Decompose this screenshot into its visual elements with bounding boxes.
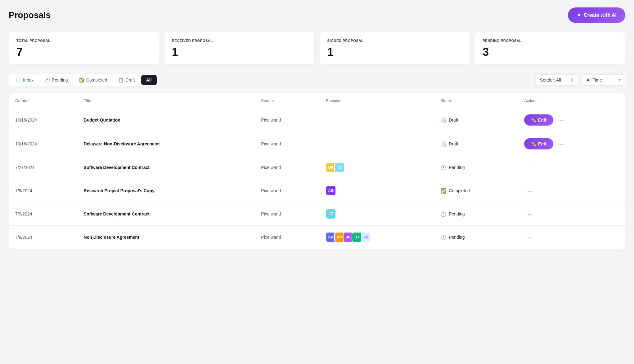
cell-status: 🗒️ Draft xyxy=(434,108,518,132)
stat-card: TOTAL PROPOSAL 7 xyxy=(9,32,159,64)
more-options-button[interactable]: ··· xyxy=(524,163,533,172)
more-options-button[interactable]: ··· xyxy=(556,139,565,149)
more-options-button[interactable]: ··· xyxy=(524,209,533,219)
avatar: DT xyxy=(352,232,362,242)
tab-inbox[interactable]: 📄Inbox xyxy=(11,75,38,85)
tab-label: Pending xyxy=(52,78,68,82)
status-text: Draft xyxy=(449,141,458,146)
tab-label: Completed xyxy=(86,78,107,82)
tab-pending[interactable]: 🕐Pending xyxy=(40,75,73,85)
cell-status: 🗒️ Draft xyxy=(434,132,518,156)
cell-title: Research Project Proposal's Copy xyxy=(78,179,255,202)
cell-status: 🕐 Pending xyxy=(434,226,518,249)
stat-value: 7 xyxy=(16,46,151,59)
stat-label: PENDING PROPOSAL xyxy=(483,39,618,42)
cell-recipients: CT xyxy=(319,202,434,226)
tab-group: 📄Inbox🕐Pending✅Completed📋DraftAll xyxy=(9,73,159,87)
cell-date: 7/27/2024 xyxy=(9,156,78,179)
draft-icon: 📋 xyxy=(118,78,124,82)
stat-label: TOTAL PROPOSAL xyxy=(16,39,151,42)
table-row: 7/8/2024Non Disclosure AgreementPixelwan… xyxy=(9,226,625,249)
edit-pencil-icon: ✏️ xyxy=(531,118,536,122)
cell-date: 7/9/2024 xyxy=(9,202,78,226)
cell-sender: Pixelwand xyxy=(255,202,319,226)
more-options-button[interactable]: ··· xyxy=(524,186,533,196)
pending-clock-icon: 🕐 xyxy=(440,234,447,240)
cell-sender: Pixelwand xyxy=(255,108,319,132)
cell-title: Software Development Contract xyxy=(78,156,255,179)
cell-actions: ··· xyxy=(518,179,625,202)
status-text: Draft xyxy=(449,118,458,122)
avatar-more: +6 xyxy=(361,232,371,242)
more-options-button[interactable]: ··· xyxy=(524,233,533,242)
avatar: AG xyxy=(326,185,336,196)
pending-clock-icon: 🕐 xyxy=(440,165,447,171)
col-header-created: Created xyxy=(9,93,78,108)
col-header-actions: Actions xyxy=(518,93,625,108)
page-header: Proposals ✦ Create with AI xyxy=(9,7,625,23)
table-row: 10/16/2024Budget QuotationPixelwand 🗒️ D… xyxy=(9,108,625,132)
table-row: 7/9/2024Research Project Proposal's Copy… xyxy=(9,179,625,202)
cell-recipients: AG xyxy=(319,179,434,202)
cell-date: 7/8/2024 xyxy=(9,226,78,249)
col-header-recipient: Recipient xyxy=(319,93,434,108)
cell-date: 10/16/2024 xyxy=(9,132,78,156)
tab-label: Draft xyxy=(125,78,135,82)
completed-icon: ✅ xyxy=(79,78,84,82)
tab-label: All xyxy=(146,78,152,82)
status-text: Pending xyxy=(449,211,465,216)
edit-button[interactable]: ✏️ Edit xyxy=(524,114,553,126)
proposals-table: CreatedTitleSenderRecipientStatusActions… xyxy=(9,93,625,249)
cell-status: ✅ Completed xyxy=(434,179,518,202)
cell-title: Non Disclosure Agreement xyxy=(78,226,255,249)
table-header-row: CreatedTitleSenderRecipientStatusActions xyxy=(9,93,625,108)
avatar: S xyxy=(334,162,345,173)
chevron-down-icon: ▾ xyxy=(618,78,621,82)
sender-filter[interactable]: Sender: All ⇅ xyxy=(535,74,579,86)
cell-recipients: DKS xyxy=(319,156,434,179)
table-row: 7/27/2024Software Development ContractPi… xyxy=(9,156,625,179)
stat-card: SIGNED PROPOSAL 1 xyxy=(320,32,470,64)
cell-recipients xyxy=(319,132,434,156)
cell-date: 10/16/2024 xyxy=(9,108,78,132)
status-text: Pending xyxy=(449,235,465,240)
cell-status: 🕐 Pending xyxy=(434,202,518,226)
status-text: Completed xyxy=(449,188,470,193)
tab-completed[interactable]: ✅Completed xyxy=(74,75,112,85)
cell-title: Budget Quotation xyxy=(78,108,255,132)
cell-recipients: KAAMJCDT+6 xyxy=(319,226,434,249)
table-row: 10/16/2024Delaware Non-Disclosure Agreem… xyxy=(9,132,625,156)
col-header-status: Status xyxy=(434,93,518,108)
col-header-sender: Sender xyxy=(255,93,319,108)
draft-file-icon: 🗒️ xyxy=(440,141,447,147)
col-header-title: Title xyxy=(78,93,255,108)
cell-actions: ✏️ Edit ··· xyxy=(518,132,625,156)
inbox-icon: 📄 xyxy=(16,78,21,82)
stat-card: PENDING PROPOSAL 3 xyxy=(475,32,625,64)
avatar: CT xyxy=(326,209,336,219)
time-filter[interactable]: All Time ▾ xyxy=(582,74,625,86)
edit-button[interactable]: ✏️ Edit xyxy=(524,138,553,149)
edit-pencil-icon: ✏️ xyxy=(531,141,536,146)
cell-sender: Pixelwand xyxy=(255,226,319,249)
sparkle-icon: ✦ xyxy=(577,12,581,19)
chevron-up-down-icon: ⇅ xyxy=(570,78,574,82)
tab-draft[interactable]: 📋Draft xyxy=(113,75,140,85)
more-options-button[interactable]: ··· xyxy=(556,115,565,125)
stat-card: RECEIVED PROPOSAL 1 xyxy=(164,32,315,64)
cell-actions: ✏️ Edit ··· xyxy=(518,108,625,132)
cell-status: 🕐 Pending xyxy=(434,156,518,179)
pending-icon: 🕐 xyxy=(45,78,50,82)
cell-recipients xyxy=(319,108,434,132)
create-ai-button[interactable]: ✦ Create with AI xyxy=(568,7,625,23)
table-row: 7/9/2024Software Development ContractPix… xyxy=(9,202,625,226)
tab-label: Inbox xyxy=(23,78,34,82)
status-text: Pending xyxy=(449,165,465,170)
cell-actions: ··· xyxy=(518,226,625,249)
cell-sender: Pixelwand xyxy=(255,132,319,156)
page-title: Proposals xyxy=(9,10,51,20)
tab-all[interactable]: All xyxy=(141,75,157,85)
stat-label: SIGNED PROPOSAL xyxy=(327,39,462,42)
toolbar: 📄Inbox🕐Pending✅Completed📋DraftAll Sender… xyxy=(9,73,625,87)
stat-value: 1 xyxy=(172,46,307,59)
